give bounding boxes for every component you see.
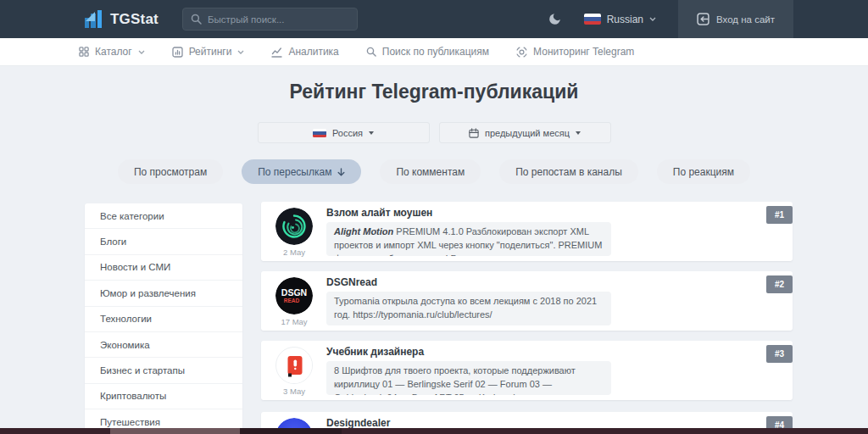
sidebar-item-crypto[interactable]: Криптовалюты: [85, 384, 242, 409]
country-filter-dropdown[interactable]: Россия: [258, 122, 430, 143]
chevron-down-icon: [649, 17, 656, 21]
line-chart-icon: [271, 47, 282, 58]
quick-search[interactable]: [182, 8, 358, 31]
menu-label-monitoring: Мониторинг Telegram: [533, 46, 634, 58]
menu-label-post-search: Поиск по публикациям: [382, 46, 489, 58]
tab-by-views[interactable]: По просмотрам: [118, 159, 223, 184]
login-label: Вход на сайт: [716, 14, 775, 25]
channel-avatar-alight-motion[interactable]: [275, 208, 313, 245]
search-input[interactable]: [208, 14, 335, 25]
search-icon: [191, 14, 202, 25]
rank-badge: #3: [766, 345, 793, 363]
channel-avatar-design-textbook[interactable]: [275, 347, 313, 384]
monitoring-scan-icon: [516, 47, 527, 58]
svg-text:DSGN: DSGN: [281, 287, 307, 298]
page-title: Рейтинг Telegram-публикаций: [0, 81, 868, 103]
svg-text:READ: READ: [284, 298, 300, 303]
top-navbar: TGStat Russian: [0, 0, 868, 38]
rank-badge: #2: [766, 275, 793, 293]
tab-by-forwards[interactable]: По пересылкам: [242, 159, 361, 184]
tgstat-logo[interactable]: TGStat: [83, 9, 159, 30]
menu-label-analytics: Аналитика: [288, 46, 338, 58]
period-filter-label: предыдущий месяц: [485, 128, 570, 138]
tab-by-forwards-label: По пересылкам: [258, 166, 331, 178]
post-text-rest: Typomania открыла доступа ко всем лекция…: [334, 296, 597, 320]
sort-tabs: По просмотрам По пересылкам По комментам…: [0, 159, 868, 184]
categories-sidebar: Все категории Блоги Новости и СМИ Юмор и…: [85, 203, 242, 434]
views-stat: 20.6k: [854, 358, 868, 381]
channel-name[interactable]: Взлом алайт моушен: [326, 207, 432, 219]
tgstat-page: TGStat Russian: [0, 0, 868, 434]
menu-item-monitoring[interactable]: Мониторинг Telegram: [516, 46, 634, 58]
channel-name[interactable]: Учебник дизайнера: [326, 346, 424, 358]
search-icon: [366, 47, 376, 57]
bottom-strip-dark-segment: [240, 428, 342, 434]
channel-avatar-dsgnread[interactable]: DSGN READ: [275, 277, 313, 314]
post-text-rest: 8 Шрифтов для твоего проекта, которые по…: [334, 365, 576, 395]
login-button[interactable]: Вход на сайт: [678, 0, 793, 38]
post-card: 2 May Взлом алайт моушен Alight Motion P…: [261, 202, 793, 261]
post-date: 3 May: [261, 387, 327, 396]
language-label: Russian: [607, 14, 643, 25]
language-selector[interactable]: Russian: [584, 14, 656, 25]
menu-item-catalog[interactable]: Каталог: [79, 46, 145, 58]
tab-by-reposts[interactable]: По репостам в каналы: [499, 159, 638, 184]
menu-label-ratings: Рейтинги: [189, 46, 232, 58]
arrow-down-icon: [337, 168, 345, 176]
menu-item-post-search[interactable]: Поиск по публикациям: [366, 46, 489, 58]
navbar-right-pad: [793, 0, 868, 38]
tab-by-reactions[interactable]: По реакциям: [657, 159, 750, 184]
post-text[interactable]: 8 Шрифтов для твоего проекта, которые по…: [326, 361, 611, 395]
sidebar-item-blogs[interactable]: Блоги: [85, 229, 242, 254]
views-stat: 61.5k: [854, 219, 868, 242]
ratings-icon: [172, 47, 183, 58]
dark-mode-moon-icon[interactable]: [548, 12, 562, 26]
caret-down-icon: [576, 131, 581, 135]
calendar-icon: [469, 128, 479, 138]
menu-item-analytics[interactable]: Аналитика: [271, 46, 338, 58]
post-stats: 20.6k 998 0: [854, 358, 868, 381]
period-filter-dropdown[interactable]: предыдущий месяц: [439, 122, 611, 143]
menu-item-ratings[interactable]: Рейтинги: [172, 46, 245, 58]
channel-name[interactable]: Designdealer: [326, 417, 390, 429]
filter-row: Россия предыдущий месяц: [0, 122, 868, 143]
post-card: 3 May Учебник дизайнера 8 Шрифтов для тв…: [261, 341, 793, 400]
russia-flag-icon: [313, 129, 326, 137]
channel-name[interactable]: DSGNread: [326, 276, 377, 288]
post-stats: 61.5k 3475 0: [854, 219, 868, 242]
tgstat-logo-icon: [83, 9, 103, 30]
post-card: DSGN READ 17 May DSGNread Typomania откр…: [261, 271, 793, 331]
post-date: 17 May: [261, 317, 327, 326]
sidebar-item-business[interactable]: Бизнес и стартапы: [85, 358, 242, 383]
chevron-down-icon: [138, 50, 145, 54]
bottom-strip-light-segment: [110, 428, 240, 434]
caret-down-icon: [369, 131, 374, 135]
main-menu: Каталог Рейтинги Аналитика Поиск по публ…: [0, 38, 868, 66]
post-text-bold: Alight Motion: [334, 226, 393, 236]
post-date: 2 May: [261, 248, 327, 257]
sidebar-item-all-categories[interactable]: Все категории: [85, 203, 242, 229]
post-text[interactable]: Alight Motion PREMIUM 4.1.0 Разблокирова…: [326, 222, 611, 256]
post-text[interactable]: Typomania открыла доступа ко всем лекция…: [326, 292, 611, 326]
russia-flag-icon: [584, 14, 601, 25]
sidebar-item-tech[interactable]: Технологии: [85, 307, 242, 332]
views-stat: 24.9k: [854, 288, 868, 312]
sidebar-item-humor[interactable]: Юмор и развлечения: [85, 281, 242, 306]
tab-by-comments[interactable]: По комментам: [380, 159, 481, 184]
chevron-down-icon: [237, 50, 244, 54]
menu-label-catalog: Каталог: [95, 46, 132, 58]
country-filter-label: Россия: [332, 128, 363, 138]
post-stats: 24.9k 1032 9: [854, 288, 868, 312]
sidebar-item-economy[interactable]: Экономика: [85, 332, 242, 358]
grid-icon: [79, 47, 89, 57]
brand-name: TGStat: [110, 11, 159, 28]
sidebar-item-news[interactable]: Новости и СМИ: [85, 255, 242, 281]
login-icon: [697, 13, 709, 25]
rank-badge: #1: [766, 206, 793, 224]
